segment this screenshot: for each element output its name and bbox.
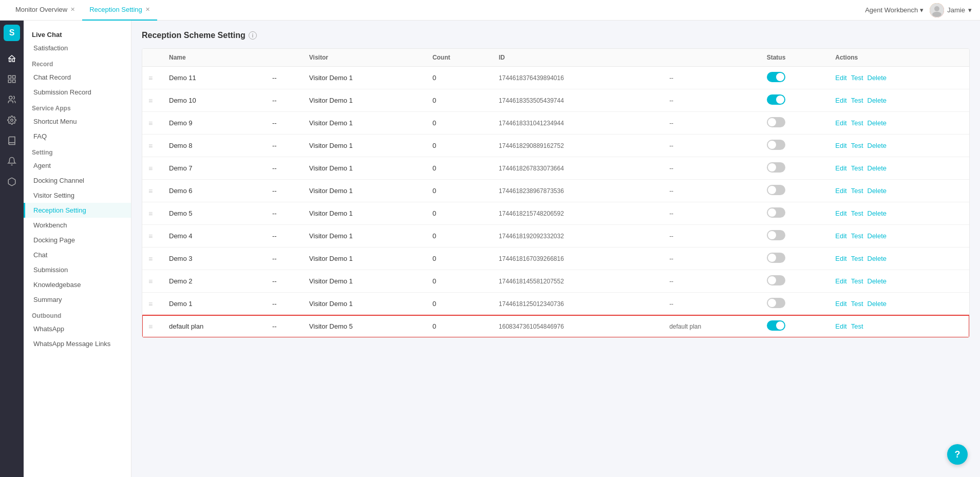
col2-cell: -- bbox=[266, 293, 303, 315]
status-toggle[interactable] bbox=[767, 185, 785, 195]
sidebar-item-shortcut-menu[interactable]: Shortcut Menu bbox=[24, 114, 131, 129]
sidebar-item-workbench[interactable]: Workbench bbox=[24, 218, 131, 233]
box-icon-btn[interactable] bbox=[3, 173, 21, 191]
id-cell: 1744618145581207552 bbox=[493, 270, 663, 293]
status-toggle[interactable] bbox=[767, 320, 785, 331]
tab-close-reception[interactable]: ✕ bbox=[145, 6, 150, 13]
status-toggle[interactable] bbox=[767, 94, 785, 105]
col-col2 bbox=[266, 49, 303, 67]
sidebar-item-agent[interactable]: Agent bbox=[24, 158, 131, 173]
toggle-cell bbox=[761, 202, 830, 225]
edit-button[interactable]: Edit bbox=[835, 232, 846, 240]
edit-button[interactable]: Edit bbox=[835, 277, 846, 285]
delete-button[interactable]: Delete bbox=[868, 209, 887, 217]
user-menu[interactable]: Jamie ▾ bbox=[930, 3, 972, 17]
test-button[interactable]: Test bbox=[851, 255, 863, 262]
drag-handle-icon[interactable]: ≡ bbox=[148, 74, 153, 82]
sidebar-item-submission[interactable]: Submission bbox=[24, 262, 131, 277]
bell-icon-btn[interactable] bbox=[3, 152, 21, 170]
edit-button[interactable]: Edit bbox=[835, 322, 846, 330]
drag-handle-icon[interactable]: ≡ bbox=[148, 322, 153, 331]
users-icon-btn[interactable] bbox=[3, 90, 21, 109]
sidebar-item-chat-record[interactable]: Chat Record bbox=[24, 70, 131, 85]
edit-button[interactable]: Edit bbox=[835, 74, 846, 82]
sidebar-item-satisfaction[interactable]: Satisfaction bbox=[24, 41, 131, 55]
status-toggle[interactable] bbox=[767, 72, 785, 82]
edit-button[interactable]: Edit bbox=[835, 187, 846, 195]
status-toggle[interactable] bbox=[767, 117, 785, 127]
test-button[interactable]: Test bbox=[851, 187, 863, 195]
sidebar-item-knowledgebase[interactable]: Knowledgebase bbox=[24, 277, 131, 292]
delete-button[interactable]: Delete bbox=[868, 187, 887, 195]
test-button[interactable]: Test bbox=[851, 119, 863, 127]
sidebar-item-docking-channel[interactable]: Docking Channel bbox=[24, 173, 131, 188]
home-icon-btn[interactable] bbox=[3, 49, 21, 68]
edit-button[interactable]: Edit bbox=[835, 209, 846, 217]
tab-close-monitor[interactable]: ✕ bbox=[70, 6, 75, 13]
drag-handle-icon[interactable]: ≡ bbox=[148, 142, 153, 150]
app-logo[interactable]: S bbox=[4, 25, 20, 41]
tab-monitor-overview[interactable]: Monitor Overview ✕ bbox=[8, 0, 82, 21]
sidebar-item-reception-setting[interactable]: Reception Setting bbox=[24, 203, 131, 218]
tab-bar: Monitor Overview ✕ Reception Setting ✕ bbox=[8, 0, 157, 21]
settings-icon-btn[interactable] bbox=[3, 111, 21, 129]
delete-button[interactable]: Delete bbox=[868, 232, 887, 240]
sidebar-item-visitor-setting[interactable]: Visitor Setting bbox=[24, 188, 131, 203]
edit-button[interactable]: Edit bbox=[835, 142, 846, 149]
drag-handle-icon[interactable]: ≡ bbox=[148, 300, 153, 308]
edit-button[interactable]: Edit bbox=[835, 97, 846, 104]
avatar bbox=[930, 3, 944, 17]
info-icon[interactable]: i bbox=[249, 31, 257, 40]
delete-button[interactable]: Delete bbox=[868, 164, 887, 172]
drag-handle-icon[interactable]: ≡ bbox=[148, 119, 153, 127]
edit-button[interactable]: Edit bbox=[835, 119, 846, 127]
test-button[interactable]: Test bbox=[851, 209, 863, 217]
delete-button[interactable]: Delete bbox=[868, 74, 887, 82]
drag-handle-icon[interactable]: ≡ bbox=[148, 232, 153, 240]
delete-button[interactable]: Delete bbox=[868, 255, 887, 262]
status-toggle[interactable] bbox=[767, 253, 785, 263]
drag-handle-icon[interactable]: ≡ bbox=[148, 277, 153, 285]
drag-handle-icon[interactable]: ≡ bbox=[148, 97, 153, 105]
status-toggle[interactable] bbox=[767, 140, 785, 150]
name-cell: Demo 4 bbox=[163, 225, 266, 247]
status-toggle[interactable] bbox=[767, 207, 785, 218]
edit-button[interactable]: Edit bbox=[835, 300, 846, 308]
edit-button[interactable]: Edit bbox=[835, 255, 846, 262]
tab-reception-setting[interactable]: Reception Setting ✕ bbox=[82, 0, 157, 21]
delete-button[interactable]: Delete bbox=[868, 300, 887, 308]
help-button[interactable]: ? bbox=[947, 444, 968, 465]
sidebar-item-whatsapp[interactable]: WhatsApp bbox=[24, 321, 131, 336]
drag-handle-icon[interactable]: ≡ bbox=[148, 255, 153, 263]
grid-icon-btn[interactable] bbox=[3, 70, 21, 88]
status-toggle[interactable] bbox=[767, 275, 785, 285]
drag-handle-icon[interactable]: ≡ bbox=[148, 187, 153, 195]
sidebar-item-faq[interactable]: FAQ bbox=[24, 129, 131, 144]
test-button[interactable]: Test bbox=[851, 277, 863, 285]
col-col6 bbox=[663, 49, 761, 67]
status-toggle[interactable] bbox=[767, 230, 785, 240]
sidebar-item-chat[interactable]: Chat bbox=[24, 247, 131, 262]
book-icon-btn[interactable] bbox=[3, 131, 21, 150]
sidebar-item-whatsapp-links[interactable]: WhatsApp Message Links bbox=[24, 336, 131, 351]
sidebar-item-submission-record[interactable]: Submission Record bbox=[24, 85, 131, 100]
sidebar-item-docking-page[interactable]: Docking Page bbox=[24, 233, 131, 247]
test-button[interactable]: Test bbox=[851, 232, 863, 240]
test-button[interactable]: Test bbox=[851, 142, 863, 149]
drag-handle-icon[interactable]: ≡ bbox=[148, 164, 153, 173]
delete-button[interactable]: Delete bbox=[868, 97, 887, 104]
test-button[interactable]: Test bbox=[851, 164, 863, 172]
test-button[interactable]: Test bbox=[851, 322, 863, 330]
drag-handle-icon[interactable]: ≡ bbox=[148, 209, 153, 218]
test-button[interactable]: Test bbox=[851, 300, 863, 308]
delete-button[interactable]: Delete bbox=[868, 119, 887, 127]
agent-workbench-dropdown[interactable]: Agent Workbench ▾ bbox=[865, 6, 924, 14]
delete-button[interactable]: Delete bbox=[868, 142, 887, 149]
edit-button[interactable]: Edit bbox=[835, 164, 846, 172]
status-toggle[interactable] bbox=[767, 162, 785, 173]
sidebar-item-summary[interactable]: Summary bbox=[24, 292, 131, 307]
status-toggle[interactable] bbox=[767, 298, 785, 308]
delete-button[interactable]: Delete bbox=[868, 277, 887, 285]
test-button[interactable]: Test bbox=[851, 97, 863, 104]
test-button[interactable]: Test bbox=[851, 74, 863, 82]
